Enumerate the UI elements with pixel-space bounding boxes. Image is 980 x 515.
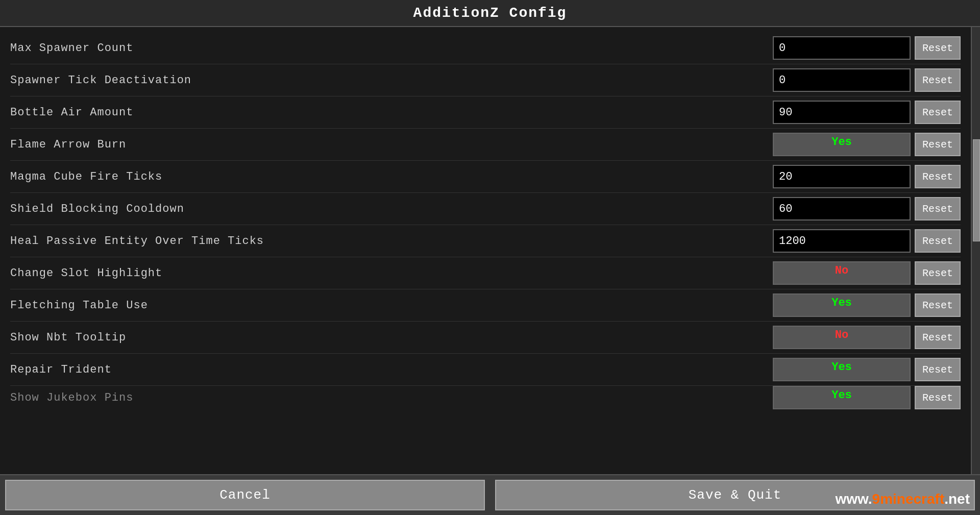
- controls-repair-trident: YesReset: [773, 358, 961, 381]
- config-row-heal-passive-entity: Heal Passive Entity Over Time TicksReset: [10, 225, 961, 257]
- input-flame-arrow-burn[interactable]: Yes: [773, 133, 911, 156]
- config-row-max-spawner-count: Max Spawner CountReset: [10, 32, 961, 64]
- input-spawner-tick-deactivation[interactable]: [773, 68, 911, 92]
- reset-button-magma-cube-fire-ticks[interactable]: Reset: [915, 165, 961, 188]
- bottom-bar: Cancel Save & Quit www.9minecraft.net: [0, 474, 980, 515]
- config-row-fletching-table-use: Fletching Table UseYesReset: [10, 289, 961, 322]
- controls-heal-passive-entity: Reset: [773, 229, 961, 253]
- label-change-slot-highlight: Change Slot Highlight: [10, 267, 773, 280]
- label-flame-arrow-burn: Flame Arrow Burn: [10, 138, 773, 151]
- input-magma-cube-fire-ticks[interactable]: [773, 165, 911, 188]
- config-row-shield-blocking-cooldown: Shield Blocking CooldownReset: [10, 193, 961, 225]
- label-shield-blocking-cooldown: Shield Blocking Cooldown: [10, 203, 773, 215]
- input-shield-blocking-cooldown[interactable]: [773, 197, 911, 220]
- label-magma-cube-fire-ticks: Magma Cube Fire Ticks: [10, 170, 773, 183]
- scrollbar-thumb[interactable]: [973, 139, 980, 241]
- input-max-spawner-count[interactable]: [773, 36, 911, 60]
- main-content: Max Spawner CountResetSpawner Tick Deact…: [0, 27, 980, 486]
- input-show-nbt-tooltip[interactable]: No: [773, 326, 911, 349]
- input-bottle-air-amount[interactable]: [773, 101, 911, 124]
- scrollbar[interactable]: [971, 27, 980, 486]
- config-row-magma-cube-fire-ticks: Magma Cube Fire TicksReset: [10, 161, 961, 193]
- input-change-slot-highlight[interactable]: No: [773, 261, 911, 285]
- reset-button-repair-trident[interactable]: Reset: [915, 358, 961, 381]
- config-row-partial: Show Jukebox PinsYesReset: [10, 386, 961, 409]
- config-row-change-slot-highlight: Change Slot HighlightNoReset: [10, 257, 961, 289]
- label-max-spawner-count: Max Spawner Count: [10, 42, 773, 55]
- reset-button-shield-blocking-cooldown[interactable]: Reset: [915, 197, 961, 220]
- label-partial: Show Jukebox Pins: [10, 391, 773, 404]
- reset-button-heal-passive-entity[interactable]: Reset: [915, 229, 961, 253]
- label-repair-trident: Repair Trident: [10, 363, 773, 376]
- controls-spawner-tick-deactivation: Reset: [773, 68, 961, 92]
- watermark-net: .net: [944, 491, 970, 507]
- input-repair-trident[interactable]: Yes: [773, 358, 911, 381]
- reset-button-change-slot-highlight[interactable]: Reset: [915, 261, 961, 285]
- watermark: www.9minecraft.net: [836, 491, 970, 507]
- watermark-www: www.: [836, 491, 872, 507]
- reset-button-show-nbt-tooltip[interactable]: Reset: [915, 326, 961, 349]
- config-row-repair-trident: Repair TridentYesReset: [10, 354, 961, 386]
- reset-button-max-spawner-count[interactable]: Reset: [915, 36, 961, 60]
- title-bar: AdditionZ Config: [0, 0, 980, 27]
- reset-button-bottle-air-amount[interactable]: Reset: [915, 101, 961, 124]
- config-row-show-nbt-tooltip: Show Nbt TooltipNoReset: [10, 322, 961, 354]
- label-bottle-air-amount: Bottle Air Amount: [10, 106, 773, 119]
- reset-button-flame-arrow-burn[interactable]: Reset: [915, 133, 961, 156]
- reset-button-partial[interactable]: Reset: [915, 386, 961, 409]
- input-heal-passive-entity[interactable]: [773, 229, 911, 253]
- config-row-flame-arrow-burn: Flame Arrow BurnYesReset: [10, 129, 961, 161]
- controls-shield-blocking-cooldown: Reset: [773, 197, 961, 220]
- controls-fletching-table-use: YesReset: [773, 293, 961, 317]
- config-list: Max Spawner CountResetSpawner Tick Deact…: [0, 27, 971, 486]
- config-row-spawner-tick-deactivation: Spawner Tick DeactivationReset: [10, 64, 961, 96]
- controls-magma-cube-fire-ticks: Reset: [773, 165, 961, 188]
- controls-bottle-air-amount: Reset: [773, 101, 961, 124]
- cancel-button[interactable]: Cancel: [5, 480, 485, 510]
- label-fletching-table-use: Fletching Table Use: [10, 299, 773, 312]
- controls-show-nbt-tooltip: NoReset: [773, 326, 961, 349]
- controls-max-spawner-count: Reset: [773, 36, 961, 60]
- reset-button-spawner-tick-deactivation[interactable]: Reset: [915, 68, 961, 92]
- config-row-bottle-air-amount: Bottle Air AmountReset: [10, 96, 961, 129]
- label-spawner-tick-deactivation: Spawner Tick Deactivation: [10, 74, 773, 87]
- page-title: AdditionZ Config: [413, 5, 567, 21]
- watermark-minecraft: minecraft: [880, 491, 944, 507]
- label-heal-passive-entity: Heal Passive Entity Over Time Ticks: [10, 235, 773, 248]
- input-partial[interactable]: Yes: [773, 386, 911, 409]
- reset-button-fletching-table-use[interactable]: Reset: [915, 293, 961, 317]
- input-fletching-table-use[interactable]: Yes: [773, 293, 911, 317]
- label-show-nbt-tooltip: Show Nbt Tooltip: [10, 331, 773, 344]
- watermark-9: 9: [872, 491, 880, 507]
- controls-change-slot-highlight: NoReset: [773, 261, 961, 285]
- controls-flame-arrow-burn: YesReset: [773, 133, 961, 156]
